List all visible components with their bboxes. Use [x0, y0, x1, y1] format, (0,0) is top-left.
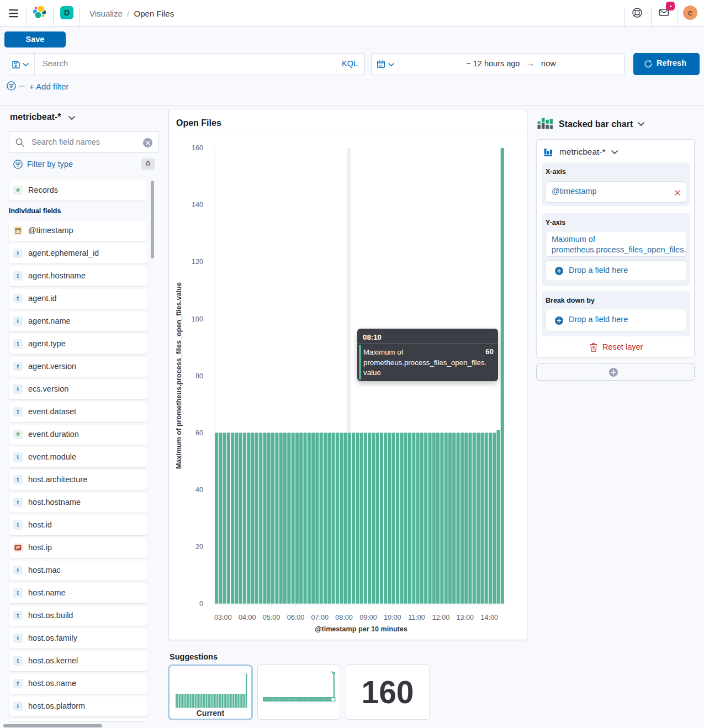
svg-text:04:00: 04:00	[239, 614, 256, 621]
svg-text:100: 100	[192, 315, 203, 323]
svg-text:120: 120	[192, 258, 203, 266]
svg-text:05:00: 05:00	[263, 614, 280, 621]
svg-text:140: 140	[192, 201, 203, 209]
svg-text:14:00: 14:00	[480, 614, 498, 621]
svg-text:0: 0	[199, 600, 203, 608]
svg-text:06:00: 06:00	[287, 614, 305, 621]
svg-text:12:00: 12:00	[432, 614, 450, 621]
svg-text:60: 60	[195, 429, 203, 437]
svg-text:09:00: 09:00	[359, 614, 377, 621]
svg-text:40: 40	[195, 486, 203, 494]
svg-text:Maximum of prometheus.process_: Maximum of prometheus.process_files_open…	[175, 282, 183, 469]
svg-text:10:00: 10:00	[384, 614, 401, 621]
svg-text:20: 20	[195, 543, 203, 551]
svg-text:IP: IP	[16, 545, 20, 550]
svg-text:03:00: 03:00	[214, 614, 232, 621]
svg-text:11:00: 11:00	[408, 614, 425, 621]
svg-text:07:00: 07:00	[311, 614, 329, 621]
svg-text:160: 160	[192, 144, 203, 152]
svg-text:@timestamp per 10 minutes: @timestamp per 10 minutes	[315, 625, 407, 633]
svg-text:80: 80	[195, 372, 203, 380]
svg-text:13:00: 13:00	[457, 614, 474, 621]
svg-text:08:00: 08:00	[335, 614, 353, 621]
